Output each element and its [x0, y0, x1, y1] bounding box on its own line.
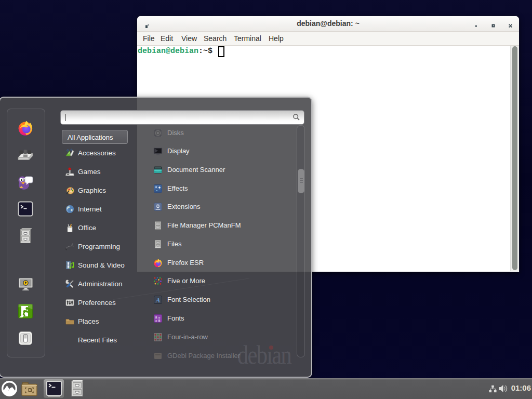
svg-text:a: a	[158, 315, 160, 319]
svg-text:a: a	[158, 319, 161, 323]
svg-text:A: A	[155, 296, 161, 304]
svg-text:a: a	[155, 318, 157, 322]
